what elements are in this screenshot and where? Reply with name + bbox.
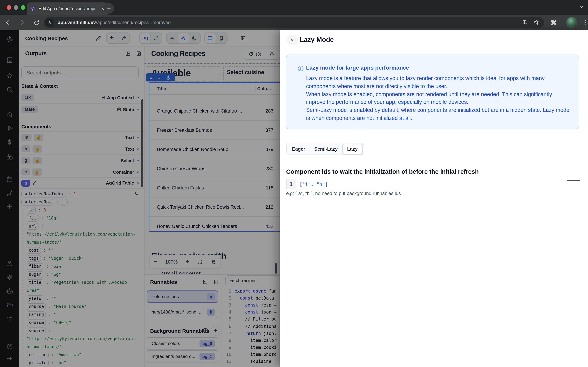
traffic-minimize-button[interactable] — [14, 5, 18, 10]
forward-icon[interactable] — [19, 19, 26, 26]
reload-icon[interactable] — [33, 19, 40, 26]
mode-option-eager[interactable]: Eager — [287, 144, 310, 154]
new-tab-button[interactable]: + — [104, 3, 114, 14]
info-paragraph: When lazy mode is enabled, components ar… — [306, 90, 573, 106]
editor-minimap — [565, 179, 580, 189]
app-workspace: Cooking Recipes |0| — [0, 30, 588, 367]
toolbar-separator — [562, 18, 562, 26]
lazy-mode-drawer: × Lazy Mode Lazy mode for large apps per… — [279, 30, 588, 367]
traffic-close-button[interactable] — [7, 5, 11, 10]
info-icon — [297, 65, 304, 72]
traffic-zoom-button[interactable] — [21, 5, 25, 10]
site-info-icon[interactable] — [45, 18, 54, 27]
bookmark-star-icon[interactable] — [533, 19, 539, 25]
drawer-title: Lazy Mode — [300, 36, 334, 44]
url-host: app.windmill.dev — [58, 20, 96, 25]
url-bar[interactable]: app.windmill.dev/apps/edit/u/henri/recip… — [44, 17, 544, 28]
lazy-mode-segmented-control: Eager Semi-Lazy Lazy — [286, 143, 364, 155]
info-box-title: Lazy mode for large apps performance — [306, 65, 409, 71]
url-path: /apps/edit/u/henri/recipes_improved — [96, 20, 171, 25]
back-icon[interactable] — [4, 19, 11, 26]
close-drawer-button[interactable]: × — [287, 35, 298, 45]
mode-option-lazy-selected[interactable]: Lazy — [342, 144, 363, 154]
mode-option-semi-lazy[interactable]: Semi-Lazy — [310, 144, 342, 154]
minimap-slider[interactable] — [567, 180, 579, 181]
component-ids-heading: Component ids to wait the initialization… — [286, 168, 479, 175]
browser-tab-strip: Edit App u/henri/recipes_impr × + — [0, 0, 588, 15]
zoom-page-icon[interactable] — [522, 19, 528, 25]
profile-avatar[interactable] — [566, 17, 577, 28]
windmill-favicon — [30, 6, 36, 11]
tab-title: Edit App u/henri/recipes_impr — [38, 6, 98, 11]
modal-overlay[interactable] — [0, 30, 279, 367]
lazy-mode-info-box: Lazy mode for large apps performance Laz… — [286, 55, 579, 129]
ids-hint-text: e.g: ["a", "b"], no need to put backgrou… — [286, 191, 401, 196]
browser-toolbar: app.windmill.dev/apps/edit/u/henri/recip… — [0, 15, 588, 30]
info-paragraph: Semi-Lazy mode is enabled by default, wh… — [306, 106, 573, 122]
info-paragraph: Lazy mode is a feature that allows you t… — [306, 75, 573, 90]
tab-strip-chevron-icon[interactable] — [578, 4, 585, 10]
screen: Edit App u/henri/recipes_impr × + app.wi… — [0, 0, 588, 367]
browser-tab[interactable]: Edit App u/henri/recipes_impr × — [26, 2, 108, 15]
editor-line-number: 1 — [286, 179, 296, 189]
browser-menu-icon[interactable] — [582, 19, 588, 25]
extensions-puzzle-icon[interactable] — [550, 19, 557, 26]
component-ids-editor[interactable]: 1 ["i", "h"] — [286, 179, 581, 189]
drawer-divider — [279, 50, 588, 50]
